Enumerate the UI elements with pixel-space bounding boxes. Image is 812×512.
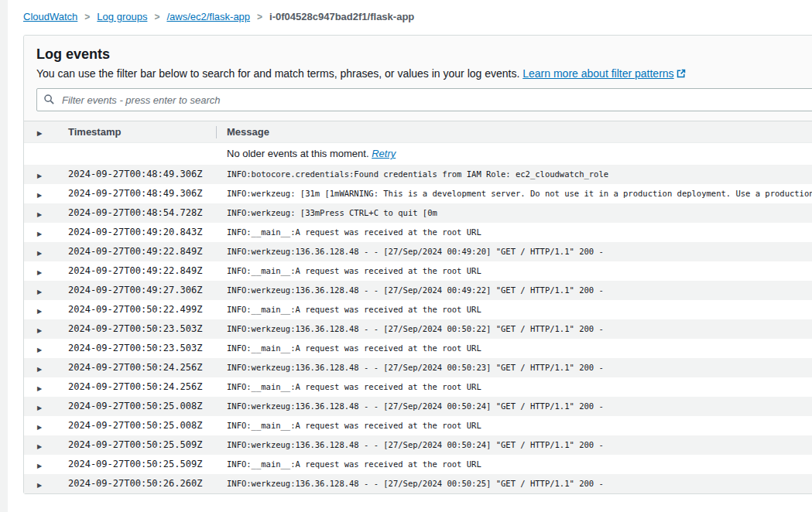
log-event-row: ▶ 2024-09-27T00:49:22.849Z INFO:__main__… <box>24 261 812 281</box>
log-event-row: ▶ 2024-09-27T00:49:27.306Z INFO:werkzeug… <box>24 281 812 300</box>
breadcrumb-link[interactable]: Log groups <box>97 11 147 22</box>
log-event-row: ▶ 2024-09-27T00:50:23.503Z INFO:werkzeug… <box>24 319 812 339</box>
row-timestamp: 2024-09-27T00:50:23.503Z <box>58 339 216 358</box>
expand-row-icon[interactable]: ▶ <box>37 482 42 489</box>
left-rail <box>0 0 8 512</box>
expand-row-icon[interactable]: ▶ <box>37 250 42 257</box>
log-event-row: ▶ 2024-09-27T00:50:24.256Z INFO:werkzeug… <box>24 358 812 377</box>
breadcrumb: CloudWatch>Log groups>/aws/ec2/flask-app… <box>23 0 812 35</box>
expand-all-icon[interactable]: ▶ <box>37 130 42 137</box>
expand-row-icon[interactable]: ▶ <box>37 308 42 315</box>
no-older-events-row: No older events at this moment. Retry <box>24 143 812 165</box>
expand-row-icon[interactable]: ▶ <box>37 424 42 431</box>
expand-row-icon[interactable]: ▶ <box>37 346 42 353</box>
row-message: INFO:__main__:A request was received at … <box>216 339 812 358</box>
row-timestamp: 2024-09-27T00:50:25.008Z <box>58 416 216 435</box>
description-text: You can use the filter bar below to sear… <box>36 67 519 80</box>
row-message: INFO:werkzeug:136.36.128.48 - - [27/Sep/… <box>216 358 812 377</box>
row-message: INFO:__main__:A request was received at … <box>216 223 812 242</box>
log-event-row: ▶ 2024-09-27T00:50:24.256Z INFO:__main__… <box>24 377 812 397</box>
row-timestamp: 2024-09-27T00:50:23.503Z <box>58 319 216 339</box>
row-message: INFO:werkzeug:136.36.128.48 - - [27/Sep/… <box>216 474 812 493</box>
row-message: INFO:werkzeug:136.36.128.48 - - [27/Sep/… <box>216 435 812 455</box>
row-message: INFO:__main__:A request was received at … <box>216 300 812 319</box>
row-timestamp: 2024-09-27T00:50:25.509Z <box>58 435 216 455</box>
log-event-row: ▶ 2024-09-27T00:50:22.499Z INFO:__main__… <box>24 300 812 319</box>
row-timestamp: 2024-09-27T00:48:54.728Z <box>58 203 216 223</box>
no-older-events-text: No older events at this moment. <box>227 148 369 159</box>
row-message: INFO:werkzeug:136.36.128.48 - - [27/Sep/… <box>216 281 812 300</box>
row-timestamp: 2024-09-27T00:49:22.849Z <box>58 261 216 281</box>
panel-header: Log events You can use the filter bar be… <box>24 36 812 121</box>
expand-row-icon[interactable]: ▶ <box>37 230 42 237</box>
row-message: INFO:werkzeug:136.36.128.48 - - [27/Sep/… <box>216 319 812 339</box>
row-timestamp: 2024-09-27T00:50:24.256Z <box>58 377 216 397</box>
column-header-message: Message <box>216 121 812 143</box>
log-table-body: No older events at this moment. Retry ▶ … <box>24 143 812 493</box>
table-header-row: ▶ Timestamp Message <box>24 121 812 143</box>
log-event-row: ▶ 2024-09-27T00:50:25.008Z INFO:werkzeug… <box>24 397 812 416</box>
breadcrumb-separator-icon: > <box>154 12 159 22</box>
expand-row-icon[interactable]: ▶ <box>37 366 42 373</box>
log-event-row: ▶ 2024-09-27T00:50:25.509Z INFO:__main__… <box>24 455 812 474</box>
filter-events-input[interactable] <box>36 88 812 111</box>
row-timestamp: 2024-09-27T00:49:20.843Z <box>58 223 216 242</box>
breadcrumb-current: i-0f04528c947bad2f1/flask-app <box>269 11 414 22</box>
log-event-row: ▶ 2024-09-27T00:50:23.503Z INFO:__main__… <box>24 339 812 358</box>
log-event-row: ▶ 2024-09-27T00:50:26.260Z INFO:werkzeug… <box>24 474 812 493</box>
expand-row-icon[interactable]: ▶ <box>37 443 42 450</box>
external-link-icon <box>677 69 686 78</box>
retry-link[interactable]: Retry <box>372 148 396 159</box>
log-event-row: ▶ 2024-09-27T00:49:22.849Z INFO:werkzeug… <box>24 242 812 261</box>
row-timestamp: 2024-09-27T00:50:22.499Z <box>58 300 216 319</box>
breadcrumb-separator-icon: > <box>257 12 262 22</box>
expand-row-icon[interactable]: ▶ <box>37 288 42 295</box>
row-message: INFO:werkzeug: [31m [1mWARNING: This is … <box>216 184 812 203</box>
expand-row-icon[interactable]: ▶ <box>37 192 42 199</box>
filter-bar <box>36 88 812 111</box>
row-timestamp: 2024-09-27T00:48:49.306Z <box>58 184 216 203</box>
row-timestamp: 2024-09-27T00:50:25.509Z <box>58 455 216 474</box>
log-events-table: ▶ Timestamp Message No older events at t… <box>24 121 812 493</box>
expand-row-icon[interactable]: ▶ <box>37 269 42 276</box>
row-message: INFO:werkzeug:136.36.128.48 - - [27/Sep/… <box>216 242 812 261</box>
log-event-row: ▶ 2024-09-27T00:50:25.008Z INFO:__main__… <box>24 416 812 435</box>
log-event-row: ▶ 2024-09-27T00:48:54.728Z INFO:werkzeug… <box>24 203 812 223</box>
row-message: INFO:werkzeug:136.36.128.48 - - [27/Sep/… <box>216 397 812 416</box>
log-event-row: ▶ 2024-09-27T00:48:49.306Z INFO:werkzeug… <box>24 184 812 203</box>
row-message: INFO:__main__:A request was received at … <box>216 261 812 281</box>
expand-row-icon[interactable]: ▶ <box>37 385 42 392</box>
row-timestamp: 2024-09-27T00:50:26.260Z <box>58 474 216 493</box>
expand-row-icon[interactable]: ▶ <box>37 172 42 179</box>
page-title: Log events <box>36 45 812 63</box>
row-timestamp: 2024-09-27T00:50:25.008Z <box>58 397 216 416</box>
expand-row-icon[interactable]: ▶ <box>37 404 42 411</box>
row-timestamp: 2024-09-27T00:49:22.849Z <box>58 242 216 261</box>
breadcrumb-link[interactable]: /aws/ec2/flask-app <box>166 11 250 22</box>
row-message: INFO:__main__:A request was received at … <box>216 377 812 397</box>
panel-description: You can use the filter bar below to sear… <box>36 67 812 80</box>
learn-more-link[interactable]: Learn more about filter patterns <box>522 67 685 80</box>
row-message: INFO:werkzeug: [33mPress CTRL+C to quit … <box>216 203 812 223</box>
column-header-timestamp: Timestamp <box>58 121 216 143</box>
row-message: INFO:__main__:A request was received at … <box>216 455 812 474</box>
search-icon <box>43 94 55 105</box>
row-message: INFO:botocore.credentials:Found credenti… <box>216 165 812 184</box>
log-events-panel: Log events You can use the filter bar be… <box>23 35 812 494</box>
expand-row-icon[interactable]: ▶ <box>37 463 42 469</box>
log-event-row: ▶ 2024-09-27T00:48:49.306Z INFO:botocore… <box>24 165 812 184</box>
expand-row-icon[interactable]: ▶ <box>37 327 42 334</box>
row-message: INFO:__main__:A request was received at … <box>216 416 812 435</box>
breadcrumb-link[interactable]: CloudWatch <box>23 11 77 22</box>
breadcrumb-separator-icon: > <box>84 12 90 22</box>
log-event-row: ▶ 2024-09-27T00:50:25.509Z INFO:werkzeug… <box>24 435 812 455</box>
row-timestamp: 2024-09-27T00:48:49.306Z <box>58 165 216 184</box>
log-event-row: ▶ 2024-09-27T00:49:20.843Z INFO:__main__… <box>24 223 812 242</box>
expand-row-icon[interactable]: ▶ <box>37 211 42 218</box>
row-timestamp: 2024-09-27T00:50:24.256Z <box>58 358 216 377</box>
row-timestamp: 2024-09-27T00:49:27.306Z <box>58 281 216 300</box>
